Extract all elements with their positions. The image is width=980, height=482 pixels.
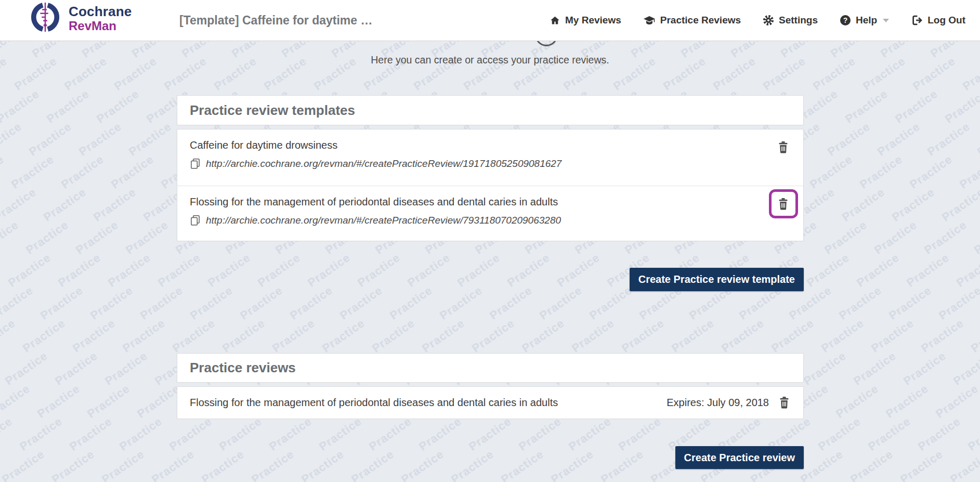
template-url: http://archie.cochrane.org/revman/#/crea… [206, 215, 561, 226]
create-template-button[interactable]: Create Practice review template [630, 268, 804, 291]
templates-panel-list: Caffeine for daytime drowsiness http://a… [177, 129, 804, 241]
nav-item-settings[interactable]: Settings [763, 15, 818, 26]
top-nav-bar: Cochrane RevMan [Template] Caffeine for … [0, 0, 980, 41]
delete-template-button[interactable] [775, 196, 791, 212]
template-name: Flossing for the management of periodont… [190, 195, 756, 209]
templates-panel-title: Practice review templates [177, 96, 803, 125]
nav-label: Help [856, 15, 877, 26]
main-nav: My Reviews Practice Reviews Settings [550, 0, 965, 41]
nav-item-help[interactable]: ? Help [840, 15, 889, 26]
reviews-panel-header: Practice reviews [177, 353, 804, 383]
page: PracticePracticePracticePracticePractice… [0, 0, 980, 482]
log-out-icon [911, 15, 923, 26]
trash-icon [778, 396, 791, 410]
gear-icon [763, 15, 774, 26]
copy-icon[interactable] [190, 158, 201, 170]
review-row: Flossing for the management of periodont… [177, 387, 803, 419]
page-title: [Template] Caffeine for daytime … [179, 0, 372, 41]
graduation-cap-icon [643, 15, 656, 26]
nav-label: Log Out [927, 15, 965, 26]
home-icon [550, 15, 560, 26]
template-row: Caffeine for daytime drowsiness http://a… [177, 129, 803, 186]
create-review-button[interactable]: Create Practice review [675, 446, 804, 469]
question-circle-icon: ? [840, 15, 851, 26]
template-name: Caffeine for daytime drowsiness [190, 138, 756, 152]
reviews-panel-title: Practice reviews [177, 354, 803, 382]
intro-text: Here you can create or access your pract… [0, 54, 980, 66]
nav-item-practice-reviews[interactable]: Practice Reviews [643, 15, 741, 26]
trash-icon [777, 140, 790, 154]
cochrane-logo-icon [30, 2, 60, 33]
nav-label: Practice Reviews [660, 15, 741, 26]
cochrane-logo[interactable]: Cochrane RevMan [30, 4, 132, 33]
review-expiry: Expires: July 09, 2018 [667, 397, 769, 409]
brand-name: Cochrane [69, 5, 132, 18]
trash-icon [777, 197, 790, 211]
templates-panel-header: Practice review templates [177, 95, 804, 125]
delete-review-button[interactable] [776, 395, 792, 411]
delete-template-button[interactable] [775, 139, 791, 155]
reviews-panel-list: Flossing for the management of periodont… [177, 386, 804, 419]
nav-label: My Reviews [565, 15, 621, 26]
nav-item-my-reviews[interactable]: My Reviews [550, 15, 621, 26]
template-url: http://archie.cochrane.org/revman/#/crea… [206, 158, 561, 170]
copy-icon[interactable] [190, 214, 201, 226]
svg-text:?: ? [843, 16, 848, 24]
chevron-down-icon [883, 19, 889, 22]
nav-label: Settings [779, 15, 818, 26]
template-row: Flossing for the management of periodont… [177, 186, 803, 241]
nav-item-log-out[interactable]: Log Out [911, 15, 965, 26]
brand-product: RevMan [69, 20, 132, 32]
review-name: Flossing for the management of periodont… [190, 397, 558, 409]
